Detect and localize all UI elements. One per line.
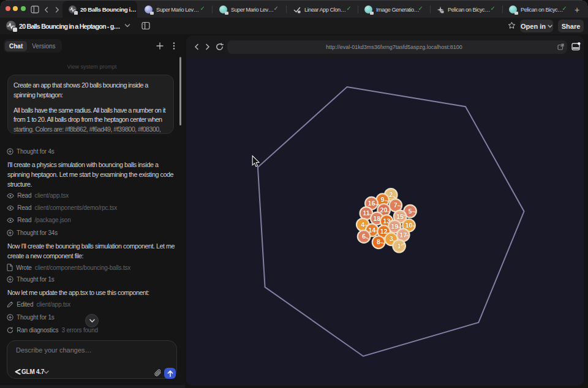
svg-text:4: 4 (361, 221, 364, 228)
svg-text:7: 7 (394, 201, 398, 209)
svg-text:12: 12 (380, 228, 388, 235)
svg-text:8: 8 (377, 238, 380, 245)
svg-text:3: 3 (390, 235, 393, 242)
svg-text:10: 10 (405, 222, 412, 229)
svg-text:20: 20 (380, 206, 388, 214)
svg-text:11: 11 (363, 209, 369, 217)
svg-text:1: 1 (398, 242, 401, 250)
svg-text:19: 19 (391, 223, 398, 230)
svg-text:17: 17 (399, 231, 407, 239)
svg-text:15: 15 (396, 213, 404, 220)
svg-text:18: 18 (373, 215, 380, 222)
svg-text:6: 6 (362, 233, 366, 240)
svg-text:5: 5 (408, 207, 412, 215)
svg-text:9: 9 (381, 196, 385, 203)
svg-text:16: 16 (368, 200, 375, 207)
svg-text:2: 2 (389, 191, 393, 198)
